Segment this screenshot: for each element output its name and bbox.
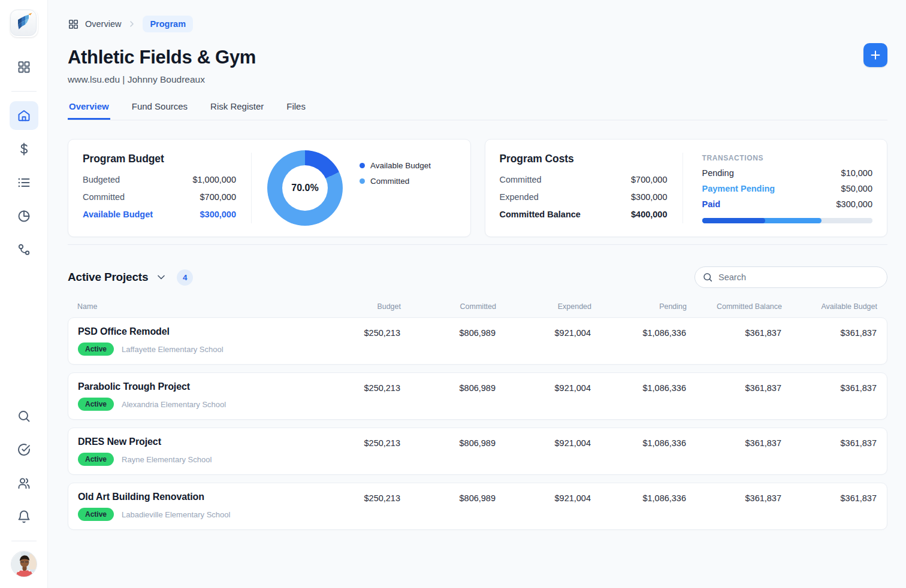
project-name[interactable]: PSD Office Remodel — [78, 326, 305, 337]
donut-legend: Available Budget Committed — [360, 161, 431, 186]
cell-pending: $1,086,336 — [591, 492, 686, 521]
col-committed-balance: Committed Balance — [687, 302, 782, 311]
tab-fund-sources[interactable]: Fund Sources — [131, 101, 189, 120]
available-budget-value: $300,000 — [200, 210, 236, 219]
committed-balance-label: Committed Balance — [500, 210, 581, 219]
project-row[interactable]: PSD Office Remodel Active Laffayette Ele… — [68, 317, 887, 365]
active-projects-header: Active Projects 4 — [68, 266, 887, 288]
cell-available-budget: $361,837 — [781, 492, 877, 521]
search-icon — [17, 409, 31, 423]
budget-donut-chart: 70.0% — [267, 150, 343, 226]
col-committed: Committed — [401, 302, 496, 311]
card-divider — [682, 153, 683, 223]
legend-item-available: Available Budget — [360, 161, 431, 170]
bar-segment — [702, 218, 765, 223]
project-name[interactable]: DRES New Project — [78, 437, 305, 447]
breadcrumb-grid-icon — [68, 19, 79, 30]
program-costs-card: Program Costs Committed $700,000 Expende… — [485, 139, 888, 237]
cell-committed: $806,989 — [400, 492, 496, 521]
sidebar-item-tasks[interactable] — [10, 435, 38, 464]
committed-value: $700,000 — [200, 192, 236, 202]
payment-pending-value: $50,000 — [841, 184, 872, 193]
sidebar-item-search[interactable] — [10, 402, 38, 431]
tab-overview[interactable]: Overview — [68, 101, 110, 120]
project-main-cell: DRES New Project Active Rayne Elementary… — [78, 437, 305, 466]
cell-budget: $250,213 — [305, 492, 400, 521]
page-subtitle: www.lsu.edu | Johnny Boudreaux — [68, 74, 887, 85]
col-pending: Pending — [591, 302, 687, 311]
status-badge: Active — [78, 343, 114, 356]
committed-balance-value: $400,000 — [631, 210, 667, 219]
cell-committed: $806,989 — [400, 437, 496, 466]
sidebar-item-list[interactable] — [10, 168, 38, 197]
payment-pending-label[interactable]: Payment Pending — [702, 184, 775, 193]
paid-value: $300,000 — [836, 199, 872, 209]
cell-budget: $250,213 — [305, 381, 400, 411]
breadcrumb-overview[interactable]: Overview — [85, 19, 121, 29]
card-divider — [251, 153, 252, 223]
project-main-cell: Old Art Building Renovation Active Labad… — [78, 492, 305, 521]
status-badge: Active — [78, 453, 114, 466]
project-search[interactable] — [694, 266, 887, 288]
bell-icon — [17, 510, 31, 524]
legend-label-available: Available Budget — [370, 161, 431, 170]
sidebar-item-reports[interactable] — [10, 202, 38, 231]
legend-item-committed: Committed — [360, 177, 431, 186]
project-main-cell: PSD Office Remodel Active Laffayette Ele… — [78, 326, 305, 356]
sidebar — [0, 0, 48, 588]
project-count-badge: 4 — [177, 269, 193, 286]
sidebar-divider-bottom — [11, 541, 37, 541]
breadcrumb: Overview Program — [68, 16, 887, 32]
sidebar-item-home[interactable] — [10, 101, 38, 130]
project-rows: PSD Office Remodel Active Laffayette Ele… — [68, 317, 887, 530]
cell-available-budget: $361,837 — [781, 437, 877, 466]
project-name[interactable]: Parabolic Trough Project — [78, 381, 305, 392]
col-expended: Expended — [496, 302, 591, 311]
user-avatar[interactable] — [11, 551, 37, 577]
sidebar-item-finance[interactable] — [10, 135, 38, 163]
list-icon — [17, 175, 31, 190]
project-row[interactable]: DRES New Project Active Rayne Elementary… — [68, 428, 887, 475]
search-input[interactable] — [718, 272, 880, 282]
available-budget-label[interactable]: Available Budget — [83, 210, 153, 219]
apps-grid-icon[interactable] — [10, 53, 38, 81]
legend-dot-available — [360, 163, 365, 168]
tab-files[interactable]: Files — [285, 101, 307, 120]
budgeted-value: $1,000,000 — [192, 175, 236, 184]
pie-chart-icon — [17, 209, 31, 223]
paid-label[interactable]: Paid — [702, 199, 721, 209]
project-name[interactable]: Old Art Building Renovation — [78, 492, 305, 502]
project-school: Laffayette Elementary School — [122, 345, 224, 354]
home-icon — [17, 108, 31, 123]
pending-value: $10,000 — [841, 168, 872, 178]
payment-pending-row[interactable]: Payment Pending $50,000 — [702, 184, 873, 193]
breadcrumb-program[interactable]: Program — [143, 16, 193, 32]
cell-committed-balance: $361,837 — [686, 437, 781, 466]
cell-committed-balance: $361,837 — [686, 492, 781, 521]
cell-committed: $806,989 — [400, 326, 496, 356]
tab-risk-register[interactable]: Risk Register — [209, 101, 265, 120]
cell-pending: $1,086,336 — [591, 437, 686, 466]
chevron-down-icon[interactable] — [155, 271, 167, 283]
cell-expended: $921,004 — [496, 381, 591, 411]
project-school: Rayne Elementary School — [122, 455, 212, 464]
committed-balance-row: Committed Balance $400,000 — [500, 210, 668, 219]
committed-label: Committed — [83, 192, 125, 202]
cell-pending: $1,086,336 — [591, 381, 686, 411]
users-icon — [17, 476, 31, 490]
program-costs-title: Program Costs — [500, 153, 668, 165]
chevron-right-icon — [127, 19, 137, 29]
sidebar-item-users[interactable] — [10, 469, 38, 498]
sidebar-item-workflow[interactable] — [10, 235, 38, 264]
cell-budget: $250,213 — [305, 437, 400, 466]
sidebar-divider — [11, 91, 37, 92]
project-row[interactable]: Parabolic Trough Project Active Alexandr… — [68, 372, 887, 420]
sidebar-item-notifications[interactable] — [10, 502, 38, 531]
legend-label-committed: Committed — [370, 177, 409, 186]
paid-row[interactable]: Paid $300,000 — [702, 199, 873, 209]
project-row[interactable]: Old Art Building Renovation Active Labad… — [68, 483, 887, 530]
app-logo[interactable] — [10, 10, 38, 37]
cell-pending: $1,086,336 — [591, 326, 686, 356]
available-budget-row[interactable]: Available Budget $300,000 — [83, 210, 236, 219]
add-button[interactable] — [863, 43, 887, 67]
